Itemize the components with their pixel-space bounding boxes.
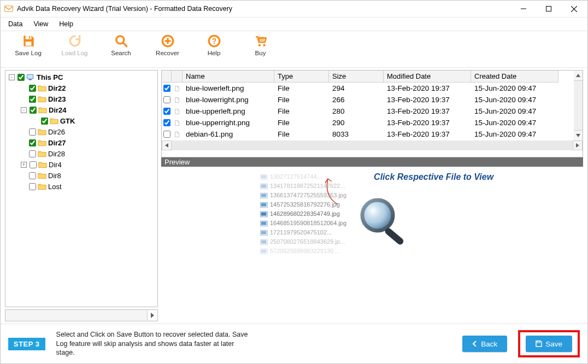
toolbar-help[interactable]: ? Help [191,33,237,56]
tree-item[interactable]: GTK [5,115,157,126]
column-header[interactable]: Type [274,71,329,83]
scroll-right-icon[interactable] [147,310,157,320]
tree-item[interactable]: Dir23 [5,93,157,104]
grid-vertical-scrollbar[interactable] [574,71,583,140]
cell-name[interactable]: blue-lowerleft.png [183,83,274,94]
preview-sample-line: 14572532581679​2276.jpg [260,200,346,209]
cell-name[interactable]: debian-61.png [183,128,274,140]
row-checkbox[interactable] [162,117,172,128]
cell-type: File [274,83,329,94]
tree-item-checkbox[interactable] [30,161,37,168]
tree-item[interactable]: -Dir24 [5,104,157,115]
cell-modified: 13-Feb-2020 19:37 [384,83,471,94]
file-grid[interactable]: NameTypeSizeModified DateCreated Dateblu… [161,70,583,157]
tree-item-label: GTK [60,117,75,125]
window-maximize-button[interactable] [536,1,561,17]
menu-help[interactable]: Help [54,20,79,28]
preview-header: Preview [161,157,583,167]
tree-toggle-icon[interactable]: + [21,162,27,168]
window-minimize-button[interactable] [511,1,536,17]
cell-size: 8033 [329,128,384,140]
tree-item[interactable]: Dir8 [5,170,157,181]
tree-toggle-icon[interactable]: - [9,74,15,80]
column-header[interactable]: Size [329,71,384,83]
folder-tree[interactable]: -This PCDir22Dir23-Dir24GTKDir26Dir27Dir… [5,70,158,307]
cell-type: File [274,105,329,117]
tree-item[interactable]: Dir26 [5,126,157,137]
tree-item-checkbox[interactable] [29,172,36,179]
row-checkbox[interactable] [162,83,172,94]
save-highlight: Save [518,330,580,357]
cell-name[interactable]: blue-lowerright.png [183,94,274,105]
tree-item-checkbox[interactable] [29,128,36,136]
toolbar-search[interactable]: Search [98,33,144,56]
toolbar-buy[interactable]: Buy [237,33,284,56]
svg-rect-2 [546,7,551,11]
file-icon [172,94,183,105]
tree-item[interactable]: -This PC [5,72,157,83]
cell-type: File [274,117,329,128]
cell-created: 15-Jun-2020 09:47 [471,105,558,117]
tree-item[interactable]: Lost [5,181,157,192]
svg-text:?: ? [211,37,216,45]
tree-item[interactable]: Dir28 [5,148,157,159]
column-header[interactable]: Name [183,71,274,83]
column-header[interactable]: Created Date [471,71,558,83]
cell-name[interactable]: blue-upperright.png [183,117,274,128]
titlebar: Advik Data Recovery Wizard (Trial Versio… [1,1,587,17]
footer: STEP 3 Select and Click on Save Button t… [1,324,587,363]
scroll-up-icon[interactable] [574,71,583,81]
preview-sample-line: 1721197952047510​2... [260,228,346,237]
back-button[interactable]: Back [462,336,507,352]
grid-horizontal-scrollbar[interactable] [162,140,583,150]
toolbar-load-log[interactable]: Load Log [51,33,98,56]
menu-data[interactable]: Data [3,20,28,28]
preview-sample-line: 16468519590818512​064.jpg [260,219,346,228]
tree-item[interactable]: +Dir4 [5,159,157,170]
tree-item-label: Dir4 [49,161,62,169]
scroll-left-icon[interactable] [162,140,172,150]
tree-item-checkbox[interactable] [29,139,36,146]
svg-rect-25 [261,184,267,187]
svg-rect-23 [261,175,267,178]
tree-item[interactable]: Dir27 [5,137,157,148]
cell-type: File [274,128,329,140]
tree-item-label: Lost [48,183,62,191]
cell-modified: 13-Feb-2020 19:37 [384,105,471,117]
column-header[interactable]: Modified Date [384,71,471,83]
cell-name[interactable]: blue-upperleft.png [183,105,274,117]
footer-tip: Select and Click on Save Button to recov… [56,330,249,358]
tree-item-checkbox[interactable] [29,183,36,190]
row-checkbox[interactable] [162,105,172,117]
tree-item-label: Dir24 [49,106,67,114]
tree-item-checkbox[interactable] [29,150,36,157]
tree-item[interactable]: Dir22 [5,83,157,93]
window-close-button[interactable] [561,1,586,17]
svg-rect-20 [27,74,33,79]
tree-item-checkbox[interactable] [17,74,25,81]
scroll-down-icon[interactable] [574,130,583,140]
svg-point-16 [263,44,265,46]
menu-view[interactable]: View [28,20,54,28]
preview-sample-line: 5720625699983229130 ... [260,246,346,256]
tree-item-checkbox[interactable] [41,118,48,125]
tree-item-checkbox[interactable] [29,85,36,92]
cell-size: 290 [329,117,384,128]
row-checkbox[interactable] [162,94,172,105]
toolbar-recover[interactable]: Recover [144,33,191,56]
save-button[interactable]: Save [526,336,572,352]
scroll-right-icon[interactable] [573,140,583,150]
step-badge: STEP 3 [8,338,45,350]
tree-horizontal-scrollbar[interactable] [5,309,158,321]
tree-item-checkbox[interactable] [30,107,37,114]
svg-rect-41 [384,227,404,246]
row-checkbox[interactable] [162,128,172,140]
preview-sample-line: 134178118872521147622... [260,181,346,191]
svg-rect-5 [25,36,31,39]
tree-toggle-icon[interactable]: - [21,107,27,113]
toolbar-save-log[interactable]: Save Log [5,33,51,56]
svg-point-15 [258,44,260,46]
tree-item-checkbox[interactable] [29,96,36,103]
app-icon [4,4,14,14]
preview-sample-line: 25070802765188436​29.jp... [260,237,346,246]
